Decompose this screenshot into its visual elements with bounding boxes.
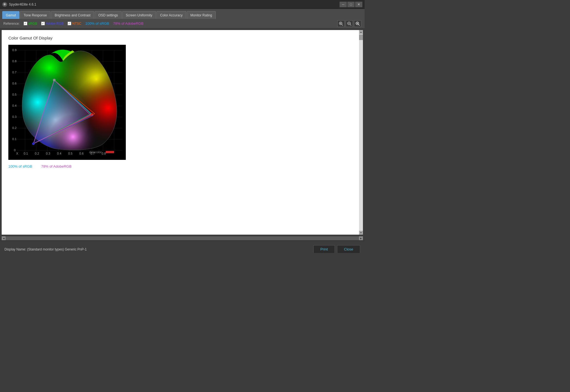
- scroll-down-arrow[interactable]: ▼: [359, 231, 363, 235]
- svg-text:0.3: 0.3: [46, 152, 50, 155]
- tab-bar: Gamut Tone Response Brightness and Contr…: [0, 9, 365, 19]
- tab-screen-uniformity[interactable]: Screen Uniformity: [122, 11, 156, 19]
- gamut-chart: X 0.1 0.2 0.3 0.4 0.5 0.6 0.7 0.8 0 0.1 …: [8, 45, 126, 160]
- maximize-button[interactable]: □: [347, 2, 355, 7]
- svg-line-1: [342, 24, 343, 26]
- ref-srgb-checkbox[interactable]: ✓: [24, 22, 27, 25]
- svg-text:0.1: 0.1: [24, 152, 28, 155]
- tab-brightness-contrast[interactable]: Brightness and Contrast: [51, 11, 94, 19]
- title-bar-controls: ─ □ ✕: [340, 2, 362, 7]
- scroll-left-arrow[interactable]: ◀: [2, 236, 6, 240]
- zoom-out-button[interactable]: [346, 20, 353, 27]
- content-panel: ▲ ▼ Color Gamut Of Display: [2, 30, 363, 235]
- scroll-thumb[interactable]: [359, 34, 363, 40]
- ref-ntsc-checkbox[interactable]: ✓: [68, 22, 71, 25]
- tab-tone-response[interactable]: Tone Response: [20, 11, 50, 19]
- ref-adobe-label: Adobe RGB: [46, 22, 64, 26]
- svg-point-63: [32, 143, 35, 145]
- display-name-value: (Standard monitor types) Generic PnP-1: [27, 247, 87, 251]
- svg-text:0.2: 0.2: [35, 152, 39, 155]
- tab-monitor-rating[interactable]: Monitor Rating: [187, 11, 216, 19]
- tab-gamut[interactable]: Gamut: [2, 11, 19, 19]
- page-title: Color Gamut Of Display: [8, 36, 357, 40]
- ref-srgb-item: ✓ sRGB: [24, 22, 37, 26]
- ref-78adobe-label: 78% of AdobeRGB: [113, 21, 143, 26]
- svg-rect-65: [106, 151, 114, 153]
- scroll-up-arrow[interactable]: ▲: [359, 30, 363, 34]
- tab-osd-settings[interactable]: OSD settings: [95, 11, 122, 19]
- caption-area: 100% of sRGB 78% of AdobeRGB: [8, 164, 357, 168]
- zoom-fit-button[interactable]: [354, 20, 361, 27]
- svg-point-9: [357, 23, 358, 24]
- print-button[interactable]: Print: [313, 245, 335, 253]
- ref-100srgb-label: 100% of sRGB: [85, 21, 109, 26]
- minimize-button[interactable]: ─: [340, 2, 347, 7]
- svg-text:0.2: 0.2: [12, 126, 16, 130]
- ref-srgb-label: sRGB: [28, 22, 37, 26]
- bottom-bar: Display Name: (Standard monitor types) G…: [0, 241, 365, 253]
- title-bar: 🕷 Spyder4Elite 4.6.1 ─ □ ✕: [0, 0, 365, 9]
- svg-text:0.6: 0.6: [12, 82, 16, 85]
- hscroll-track: [6, 236, 359, 240]
- vertical-scrollbar[interactable]: ▲ ▼: [359, 30, 363, 235]
- zoom-in-button[interactable]: [337, 20, 345, 27]
- horizontal-scrollbar[interactable]: ◀ ▶: [2, 236, 363, 240]
- svg-text:0.3: 0.3: [12, 115, 16, 118]
- svg-text:0.4: 0.4: [12, 104, 16, 107]
- svg-text:0.9: 0.9: [12, 48, 16, 52]
- reference-bar: Reference: ✓ sRGB ✓ Adobe RGB ✓ NTSC 100…: [0, 19, 365, 28]
- svg-line-5: [350, 24, 351, 26]
- display-name-label: Display Name:: [4, 247, 27, 251]
- app-title: Spyder4Elite 4.6.1: [9, 3, 36, 6]
- main-area: ▲ ▼ Color Gamut Of Display: [0, 28, 365, 236]
- svg-text:0.7: 0.7: [12, 71, 16, 74]
- app-icon: 🕷: [2, 2, 7, 7]
- svg-point-61: [53, 79, 55, 81]
- close-button[interactable]: Close: [337, 245, 360, 253]
- svg-text:datacolor: datacolor: [89, 150, 102, 154]
- ref-adobe-checkbox[interactable]: ✓: [41, 22, 45, 25]
- caption-100srgb: 100% of sRGB: [8, 164, 32, 168]
- content-inner: Color Gamut Of Display: [2, 30, 363, 174]
- svg-text:0.6: 0.6: [79, 152, 83, 155]
- svg-text:0.8: 0.8: [12, 59, 16, 63]
- caption-78adobe: 78% of AdobeRGB: [41, 164, 72, 168]
- svg-text:0.8: 0.8: [102, 152, 106, 155]
- close-window-button[interactable]: ✕: [355, 2, 362, 7]
- ref-ntsc-item: ✓ NTSC: [68, 22, 82, 26]
- ref-ntsc-label: NTSC: [72, 22, 82, 26]
- zoom-controls: [337, 20, 361, 27]
- svg-text:0.5: 0.5: [12, 93, 16, 96]
- svg-point-62: [91, 113, 93, 116]
- svg-line-8: [358, 24, 360, 26]
- reference-label: Reference:: [3, 22, 20, 26]
- svg-text:X: X: [16, 152, 18, 155]
- svg-text:0.1: 0.1: [12, 137, 16, 141]
- bottom-buttons: Print Close: [313, 245, 360, 253]
- svg-text:0: 0: [14, 148, 16, 152]
- tab-color-accuracy[interactable]: Color Accuracy: [156, 11, 186, 19]
- svg-text:0.5: 0.5: [68, 152, 72, 155]
- svg-text:0.4: 0.4: [57, 152, 61, 155]
- display-name-area: Display Name: (Standard monitor types) G…: [4, 247, 87, 251]
- ref-adobe-item: ✓ Adobe RGB: [41, 22, 64, 26]
- title-bar-left: 🕷 Spyder4Elite 4.6.1: [2, 2, 36, 7]
- scroll-right-arrow[interactable]: ▶: [359, 236, 363, 240]
